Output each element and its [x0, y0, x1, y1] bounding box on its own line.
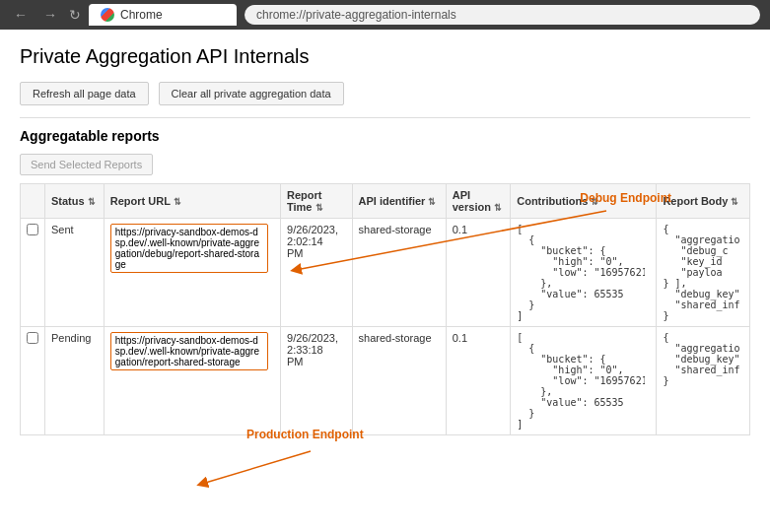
address-bar[interactable]: chrome://private-aggregation-internals [245, 5, 760, 25]
table-row: Pending https://privacy-sandbox-demos-ds… [21, 327, 750, 435]
sort-url[interactable]: ⇅ [174, 197, 181, 207]
col-checkbox [21, 184, 45, 219]
tab-icon [101, 8, 114, 22]
refresh-button[interactable]: Refresh all page data [20, 82, 149, 105]
sort-status[interactable]: ⇅ [88, 197, 96, 207]
forward-button[interactable]: → [39, 5, 61, 25]
toolbar: Refresh all page data Clear all private … [20, 82, 750, 105]
col-report-time: ReportTime ⇅ [281, 184, 353, 219]
col-status: Status ⇅ [45, 184, 105, 219]
row1-api-ver: 0.1 [446, 219, 510, 327]
svg-line-1 [202, 451, 311, 484]
row1-api-id: shared-storage [352, 219, 446, 327]
row2-url[interactable]: https://privacy-sandbox-demos-dsp.dev/.w… [110, 332, 268, 370]
row2-api-id: shared-storage [352, 327, 446, 435]
table-wrapper: Debug Endpoint Production Endpoint [20, 183, 750, 435]
reload-button[interactable]: ↻ [69, 7, 81, 23]
row2-api-ver: 0.1 [446, 327, 510, 435]
production-endpoint-label: Production Endpoint [246, 428, 364, 441]
section-title: Aggregatable reports [20, 128, 750, 144]
divider [20, 117, 750, 118]
row1-time: 9/26/2023, 2:02:14 PM [281, 219, 353, 327]
row2-contributions: [ { "bucket": { "high": "0", "low": "169… [511, 327, 657, 435]
row2-url-cell: https://privacy-sandbox-demos-dsp.dev/.w… [104, 327, 280, 435]
debug-endpoint-label: Debug Endpoint [580, 191, 671, 205]
sort-api-ver[interactable]: ⇅ [494, 203, 502, 213]
col-report-url: Report URL ⇅ [104, 184, 280, 219]
browser-tab: Chrome [89, 4, 237, 26]
row2-time: 9/26/2023, 2:33:18 PM [281, 327, 353, 435]
clear-button[interactable]: Clear all private aggregation data [159, 82, 344, 105]
sort-report-body[interactable]: ⇅ [731, 197, 738, 207]
back-button[interactable]: ← [10, 5, 32, 25]
page-title: Private Aggregation API Internals [20, 45, 750, 68]
col-api-identifier: API identifier ⇅ [352, 184, 446, 219]
row2-checkbox[interactable] [27, 332, 38, 344]
page-content: Private Aggregation API Internals Refres… [0, 30, 770, 451]
row1-url-cell: https://privacy-sandbox-demos-dsp.dev/.w… [104, 219, 280, 327]
row2-status: Pending [45, 327, 105, 435]
row1-checkbox-cell [21, 219, 45, 327]
col-api-version: APIversion ⇅ [446, 184, 510, 219]
row2-report-body: { "aggregatio "debug_key" "shared_inf } [657, 327, 750, 435]
row2-checkbox-cell [21, 327, 45, 435]
sort-api-id[interactable]: ⇅ [428, 197, 436, 207]
table-row: Sent https://privacy-sandbox-demos-dsp.d… [21, 219, 750, 327]
tab-label: Chrome [120, 8, 163, 22]
row1-checkbox[interactable] [27, 224, 38, 235]
row1-report-body: { "aggregatio "debug_c "key_id "payloa }… [657, 219, 750, 327]
send-selected-button[interactable]: Send Selected Reports [20, 154, 153, 175]
row1-status: Sent [45, 219, 105, 327]
sort-time[interactable]: ⇅ [315, 203, 323, 213]
row1-url[interactable]: https://privacy-sandbox-demos-dsp.dev/.w… [110, 224, 268, 273]
browser-chrome: ← → ↻ Chrome chrome://private-aggregatio… [0, 0, 770, 30]
reports-table: Status ⇅ Report URL ⇅ ReportTime ⇅ API i… [20, 183, 750, 435]
row1-contributions: [ { "bucket": { "high": "0", "low": "169… [511, 219, 657, 327]
